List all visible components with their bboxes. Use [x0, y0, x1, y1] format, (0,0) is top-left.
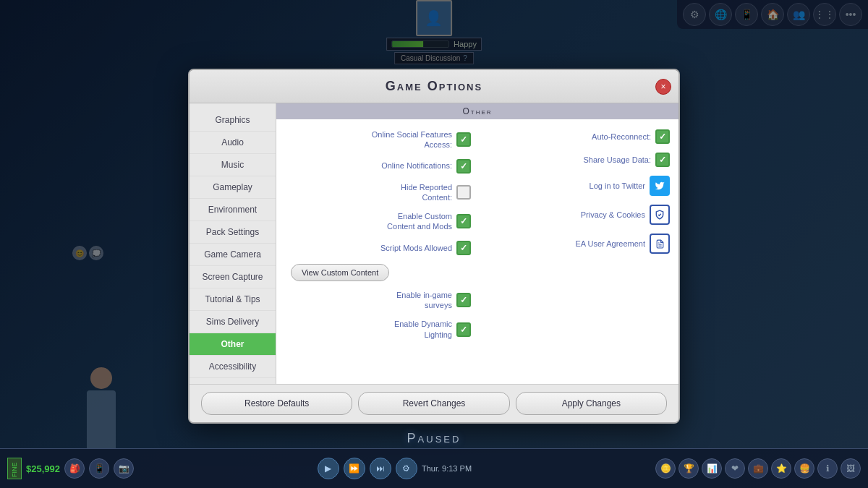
career-icon[interactable]: 💼: [748, 458, 768, 479]
online-social-checkbox[interactable]: [456, 132, 471, 147]
bottom-right-hud: 🪙 🏆 📊 ❤ 💼 ⭐ 🍔 ℹ 🖼: [655, 458, 861, 479]
sidebar: Graphics Audio Music Gameplay Environmen…: [190, 103, 276, 384]
phone-hud-icon[interactable]: 📱: [89, 458, 109, 479]
close-button[interactable]: ×: [655, 79, 671, 95]
revert-changes-button[interactable]: Revert Changes: [358, 392, 509, 415]
dynamic-lighting-checkbox[interactable]: [456, 322, 471, 337]
ultra-speed-button[interactable]: ⏭: [370, 458, 391, 479]
option-script-mods: Script Mods Allowed: [279, 236, 477, 260]
sidebar-item-graphics[interactable]: Graphics: [190, 109, 276, 132]
bottom-left-hud: FINE $25,992 🎒 📱 📷: [7, 458, 134, 479]
auto-reconnect-label: Auto-Reconnect:: [592, 132, 651, 142]
dynamic-lighting-label: Enable DynamicLighting: [394, 319, 452, 340]
hide-reported-label: Hide ReportedContent:: [401, 182, 452, 203]
privacy-cookies-button[interactable]: [650, 205, 670, 225]
sidebar-item-environment[interactable]: Environment: [190, 199, 276, 221]
online-social-label: Online Social FeaturesAccess:: [372, 129, 452, 150]
modal-title: Game Options: [386, 79, 482, 94]
option-login-twitter: Log in to Twitter: [478, 171, 676, 200]
restore-defaults-button[interactable]: Restore Defaults: [201, 392, 352, 415]
script-mods-checkbox[interactable]: [456, 241, 471, 255]
fast-forward-button[interactable]: ⏩: [344, 458, 365, 479]
online-notif-checkbox[interactable]: [456, 159, 471, 174]
script-mods-label: Script Mods Allowed: [380, 243, 452, 253]
sidebar-item-tutorial-tips[interactable]: Tutorial & Tips: [190, 288, 276, 311]
sim-info-icon[interactable]: ℹ: [817, 458, 838, 479]
coin-icon[interactable]: 🪙: [655, 458, 676, 479]
sidebar-item-accessibility[interactable]: Accessibility: [190, 356, 276, 378]
option-online-notif: Online Notifications:: [279, 155, 477, 178]
option-ea-user-agreement: EA User Agreement: [478, 229, 676, 258]
sidebar-item-other[interactable]: Other: [190, 333, 276, 356]
in-game-surveys-label: Enable in-gamesurveys: [396, 290, 452, 311]
option-hide-reported: Hide ReportedContent:: [279, 178, 477, 207]
mood-status-badge: FINE: [7, 458, 22, 479]
camera-hud-icon[interactable]: 📷: [114, 458, 134, 479]
option-online-social: Online Social FeaturesAccess:: [279, 125, 477, 155]
sidebar-item-pack-settings[interactable]: Pack Settings: [190, 221, 276, 244]
custom-content-label: Enable CustomContent and Mods: [387, 211, 452, 232]
hide-reported-checkbox[interactable]: [456, 185, 471, 200]
login-twitter-label: Log in to Twitter: [590, 181, 645, 191]
options-hud-button[interactable]: ⚙: [396, 458, 417, 479]
custom-content-checkbox[interactable]: [456, 214, 471, 228]
sidebar-item-game-camera[interactable]: Game Camera: [190, 244, 276, 266]
gallery-icon[interactable]: 🖼: [841, 458, 861, 479]
online-notif-label: Online Notifications:: [381, 160, 452, 171]
play-button[interactable]: ▶: [318, 458, 339, 479]
sidebar-item-gameplay[interactable]: Gameplay: [190, 176, 276, 199]
left-column: Online Social FeaturesAccess: Online Not…: [279, 125, 477, 344]
relationships-icon[interactable]: ❤: [725, 458, 745, 479]
option-custom-content: Enable CustomContent and Mods: [279, 207, 477, 236]
modal-header: Game Options ×: [190, 70, 678, 103]
bottom-center-hud: ▶ ⏩ ⏭ ⚙ Thur. 9:13 PM: [318, 458, 472, 479]
needs-icon[interactable]: 🍔: [794, 458, 814, 479]
in-game-surveys-checkbox[interactable]: [456, 293, 471, 307]
apply-changes-button[interactable]: Apply Changes: [516, 392, 667, 415]
money-display: $25,992: [26, 463, 60, 474]
view-custom-button[interactable]: View Custom Content: [291, 264, 389, 281]
paused-label: Paused: [407, 431, 461, 446]
option-auto-reconnect: Auto-Reconnect:: [478, 125, 676, 148]
modal-body: Graphics Audio Music Gameplay Environmen…: [190, 103, 678, 384]
game-options-modal: Game Options × Graphics Audio Music Game…: [188, 69, 680, 424]
sidebar-item-music[interactable]: Music: [190, 154, 276, 176]
time-display: Thur. 9:13 PM: [422, 464, 472, 473]
aspiration-icon[interactable]: ⭐: [771, 458, 791, 479]
share-usage-label: Share Usage Data:: [583, 155, 651, 165]
inventory-icon[interactable]: 🎒: [64, 458, 85, 479]
ea-user-agreement-label: EA User Agreement: [575, 239, 645, 249]
bottom-hud: FINE $25,992 🎒 📱 📷 ▶ ⏩ ⏭ ⚙ Thur. 9:13 PM…: [0, 448, 868, 488]
sidebar-item-sims-delivery[interactable]: Sims Delivery: [190, 311, 276, 333]
option-privacy-cookies: Privacy & Cookies: [478, 200, 676, 229]
login-twitter-button[interactable]: [650, 176, 670, 196]
sidebar-item-screen-capture[interactable]: Screen Capture: [190, 266, 276, 288]
privacy-cookies-label: Privacy & Cookies: [581, 210, 645, 220]
skills-icon[interactable]: 📊: [702, 458, 722, 479]
right-column: Auto-Reconnect: Share Usage Data: Log in…: [478, 125, 676, 344]
sidebar-item-audio[interactable]: Audio: [190, 132, 276, 154]
ea-user-agreement-button[interactable]: [650, 234, 670, 254]
trophy-icon[interactable]: 🏆: [678, 458, 699, 479]
auto-reconnect-checkbox[interactable]: [655, 129, 670, 144]
option-dynamic-lighting: Enable DynamicLighting: [279, 314, 477, 344]
option-share-usage: Share Usage Data:: [478, 148, 676, 171]
option-view-custom: View Custom Content: [279, 260, 477, 286]
modal-footer: Restore Defaults Revert Changes Apply Ch…: [190, 384, 678, 422]
option-in-game-surveys: Enable in-gamesurveys: [279, 286, 477, 315]
section-header: Other: [276, 103, 678, 119]
options-content: Other Online Social FeaturesAccess: Onli…: [276, 103, 678, 384]
share-usage-checkbox[interactable]: [655, 153, 670, 167]
